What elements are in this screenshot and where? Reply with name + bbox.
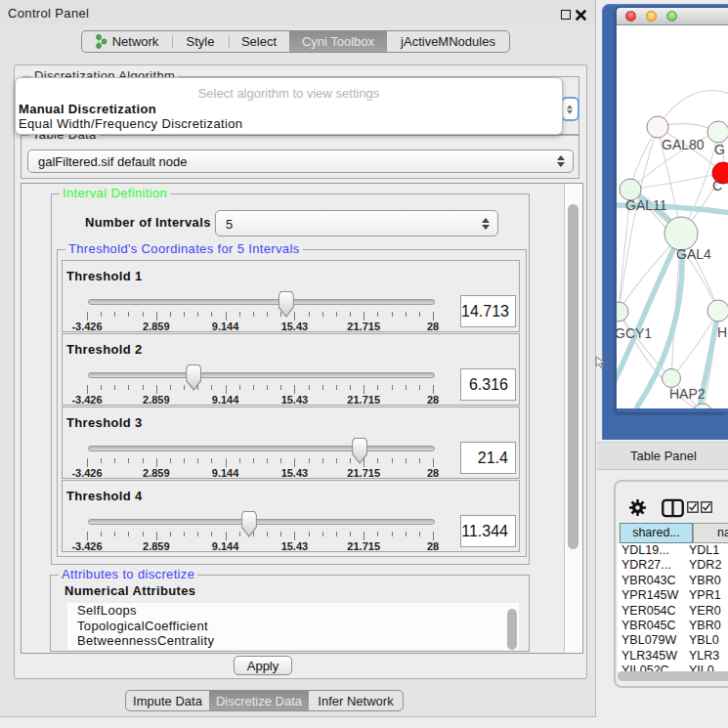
tab-label: Style — [187, 34, 215, 49]
tab-cyni-toolbox[interactable]: Cyni Toolbox — [289, 31, 387, 52]
table-cell: YDL1 — [689, 543, 719, 558]
table-row[interactable]: YBL079WYBL0 — [618, 633, 728, 648]
control-panel-titlebar: Control Panel — [0, 0, 595, 25]
numerical-attributes-list[interactable]: SelfLoopsTopologicalCoefficientBetweenne… — [67, 603, 519, 650]
network-node-label: G — [714, 142, 725, 157]
table-cell: YPR1 — [689, 588, 721, 603]
tab-label: Select — [241, 34, 277, 49]
number-of-intervals-value: 5 — [226, 216, 233, 231]
minimize-traffic-light-icon[interactable] — [646, 11, 657, 21]
table-panel-title: Table Panel — [630, 449, 697, 463]
table-cell: YBR0 — [689, 574, 721, 588]
attribute-list-item[interactable]: TopologicalCoefficient — [67, 619, 519, 634]
discretization-panel: Discretization Algorithm Select algorith… — [14, 64, 587, 679]
network-node[interactable] — [693, 404, 712, 408]
network-node[interactable] — [707, 300, 728, 321]
threshold-value-field[interactable]: 11.344 — [460, 515, 516, 547]
threshold-slider-track[interactable] — [88, 299, 435, 305]
close-traffic-light-icon[interactable] — [625, 11, 636, 21]
attributes-group: Attributes to discretize Numerical Attri… — [50, 575, 530, 652]
table-data-value: galFiltered.sif default node — [38, 154, 187, 169]
network-node-label: GAL11 — [625, 197, 667, 213]
table-header-row: shared... name — [618, 523, 728, 543]
float-window-icon[interactable] — [561, 10, 571, 20]
threshold-value-field[interactable]: 21.4 — [460, 442, 516, 474]
control-panel-window: Control Panel NetworkStyleSelectCyni Too… — [0, 0, 596, 717]
threshold-row: Threshold 2 -3.4262.8599.14415.4321.7152… — [62, 333, 520, 406]
column-layout-icon[interactable] — [662, 498, 684, 518]
column-header-name[interactable]: name — [693, 523, 728, 543]
table-cell: YBL0 — [689, 633, 719, 648]
table-data-combobox[interactable]: galFiltered.sif default node — [27, 150, 574, 173]
network-view-frame: GAL80GCGAL11GAL4GCY1HHAP2 — [617, 8, 728, 412]
number-of-intervals-label: Number of Intervals — [85, 215, 211, 230]
tab-jactivemnodules[interactable]: jActiveMNodules — [387, 31, 509, 52]
dropdown-option-equal-width[interactable]: Equal Width/Frequency Discretization — [19, 116, 242, 131]
mouse-cursor — [595, 356, 607, 369]
table-cell: YER054C — [621, 604, 676, 619]
table-cell: YBR045C — [621, 619, 676, 633]
gear-icon[interactable] — [628, 498, 647, 517]
tab-label: Network — [112, 34, 159, 49]
network-node-label: GCY1 — [617, 325, 652, 341]
threshold-slider-track[interactable] — [88, 446, 435, 451]
tab-label: jActiveMNodules — [401, 34, 495, 49]
attribute-list-item[interactable]: SelfLoops — [67, 603, 519, 619]
bottom-tab-impute-data[interactable]: Impute Data — [126, 691, 209, 710]
table-row[interactable]: YBR043CYBR0 — [618, 574, 728, 588]
tab-select[interactable]: Select — [229, 31, 289, 52]
thresholds-group: Threshold's Coordinates for 5 Intervals … — [57, 249, 527, 557]
network-node[interactable] — [664, 217, 698, 250]
attributes-scrollbar[interactable] — [506, 605, 518, 650]
table-row[interactable]: YLR345WYLR3 — [618, 649, 728, 664]
table-cell: YBR043C — [621, 574, 676, 588]
network-node-label: HAP2 — [669, 386, 706, 402]
apply-button[interactable]: Apply — [234, 656, 292, 675]
table-horizontal-scrollbar[interactable] — [618, 670, 728, 682]
number-of-intervals-combobox[interactable]: 5 — [215, 210, 498, 236]
settings-scroll-panel: Interval Definition Number of Intervals … — [21, 183, 583, 654]
control-panel-title: Control Panel — [8, 6, 89, 21]
table-row[interactable]: YPR145WYPR1 — [618, 588, 728, 603]
bottom-tab-discretize-data[interactable]: Discretize Data — [209, 691, 309, 710]
table-row[interactable]: YDR27...YDR2 — [618, 558, 728, 573]
threshold-slider-thumb[interactable] — [186, 364, 201, 391]
network-node[interactable] — [663, 369, 681, 388]
table-data-group: Table Data galFiltered.sif default node — [21, 135, 579, 179]
threshold-value-field[interactable]: 14.713 — [460, 295, 516, 327]
network-node[interactable] — [617, 302, 628, 321]
table-cell: YBR0 — [689, 619, 721, 633]
threshold-slider-thumb[interactable] — [241, 511, 257, 537]
threshold-slider-track[interactable] — [88, 519, 435, 525]
threshold-value-field[interactable]: 6.316 — [460, 368, 516, 401]
table-cell: YLR3 — [689, 649, 719, 664]
network-node[interactable] — [707, 121, 728, 143]
table-row[interactable]: YER054CYER0 — [618, 604, 728, 619]
threshold-slider-track[interactable] — [88, 372, 435, 378]
attribute-list-item[interactable]: BetweennessCentrality — [67, 633, 519, 649]
tab-label: Infer Network — [318, 694, 393, 708]
network-node[interactable] — [647, 116, 668, 138]
combo-arrows-icon — [482, 218, 490, 230]
thresholds-group-title: Threshold's Coordinates for 5 Intervals — [65, 242, 303, 256]
column-header-shared-name[interactable]: shared... — [620, 523, 693, 543]
network-node-label: GAL4 — [676, 246, 711, 262]
dropdown-prompt: Select algorithm to view settings — [16, 86, 562, 101]
tab-network[interactable]: Network — [82, 31, 172, 52]
close-icon[interactable] — [576, 10, 586, 21]
table-row[interactable]: YDL19...YDL1 — [618, 543, 728, 558]
settings-scrollbar[interactable] — [564, 184, 582, 653]
network-canvas[interactable]: GAL80GCGAL11GAL4GCY1HHAP2 — [617, 25, 728, 408]
dropdown-option-manual[interactable]: Manual Discretization — [19, 102, 156, 116]
tab-style[interactable]: Style — [172, 31, 229, 52]
checkbox-icon[interactable] — [687, 501, 699, 513]
bottom-tab-infer-network[interactable]: Infer Network — [309, 691, 403, 710]
algorithm-combobox[interactable] — [561, 97, 579, 121]
threshold-label: Threshold 2 — [66, 342, 143, 357]
zoom-traffic-light-icon[interactable] — [666, 11, 677, 21]
interval-definition-group: Interval Definition Number of Intervals … — [51, 193, 530, 565]
table-row[interactable]: YBR045CYBR0 — [618, 619, 728, 633]
checkbox-icon[interactable] — [701, 501, 712, 513]
threshold-slider-thumb[interactable] — [352, 438, 367, 464]
network-node-label: GAL80 — [662, 137, 705, 152]
